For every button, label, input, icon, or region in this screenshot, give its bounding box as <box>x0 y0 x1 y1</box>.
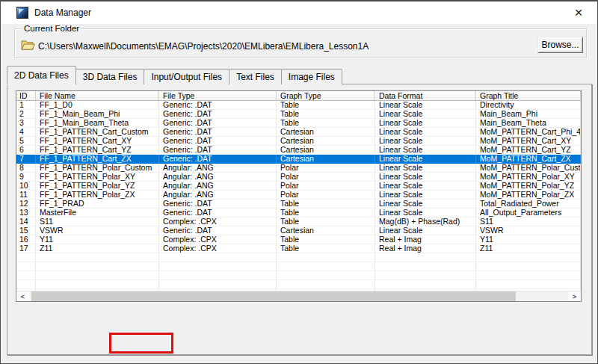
cell-file-type: Generic: .DAT <box>159 155 277 164</box>
cell-graph-title: Main_Beam_Theta <box>476 119 581 128</box>
scrollbar-track[interactable] <box>516 291 568 301</box>
cell-data-format: Linear Scale <box>375 191 476 200</box>
column-header-graph-type[interactable]: Graph Type <box>277 91 375 100</box>
cell-id: 5 <box>16 137 36 146</box>
cell-file-type: Generic: .DAT <box>159 200 277 209</box>
cell-file-name: FF_1_PATTERN_Cart_XY <box>36 137 159 146</box>
browse-button[interactable]: Browse... <box>537 37 583 53</box>
tab-2d-data-files[interactable]: 2D Data Files <box>7 66 76 84</box>
table-row[interactable]: 12FF_1_PRADGeneric: .DATTableLinear Scal… <box>16 200 581 209</box>
table-row[interactable]: 17Z11Complex: .CPXTableReal + ImagZ11 <box>16 244 581 253</box>
table-row[interactable]: 1FF_1_D0Generic: .DATTableLinear ScaleDi… <box>16 101 581 110</box>
cell-graph-type: Cartesian <box>277 226 375 235</box>
cell-file-type: Complex: .CPX <box>159 218 277 226</box>
column-header-id[interactable]: ID <box>16 91 36 100</box>
cell-data-format: Linear Scale <box>375 128 476 137</box>
table-row[interactable]: 10FF_1_PATTERN_Polar_YZAngular: .ANGPola… <box>16 182 581 191</box>
cell-graph-type: Table <box>277 101 375 110</box>
cell-file-type: Generic: .DAT <box>159 209 277 218</box>
current-folder-group: Current Folder C:\Users\Maxwell\Document… <box>14 28 587 58</box>
cell-id: 3 <box>16 119 36 128</box>
cell-data-format: Linear Scale <box>375 101 476 110</box>
cell-id: 7 <box>16 155 36 164</box>
cell-data-format: Linear Scale <box>375 119 476 128</box>
scroll-left-icon[interactable]: < <box>16 291 29 301</box>
cell-file-name: FF_1_PRAD <box>36 200 159 209</box>
cell-file-name <box>36 262 159 271</box>
cell-graph-title <box>476 271 581 280</box>
cell-file-name: S11 <box>36 218 159 226</box>
cell-data-format: Linear Scale <box>375 182 476 191</box>
cell-graph-title <box>476 262 581 271</box>
close-icon[interactable]: × <box>566 1 591 24</box>
cell-graph-type: Cartesian <box>277 155 375 164</box>
cell-graph-title: MoM_PATTERN_Polar_XY <box>476 173 581 182</box>
tab-text-files[interactable]: Text Files <box>229 69 282 84</box>
cell-graph-type: Table <box>277 200 375 209</box>
cell-graph-type: Cartesian <box>277 146 375 155</box>
column-header-graph-title[interactable]: Graph Title <box>476 91 581 100</box>
scrollbar-thumb[interactable] <box>31 291 516 301</box>
cell-graph-type: Cartesian <box>277 137 375 146</box>
table-row[interactable]: 5FF_1_PATTERN_Cart_XYGeneric: .DATCartes… <box>16 137 581 146</box>
table-row[interactable]: 11FF_1_PATTERN_Polar_ZXAngular: .ANGPola… <box>16 191 581 200</box>
cell-file-name <box>36 253 159 262</box>
cell-id: 12 <box>16 200 36 209</box>
cell-graph-type: Polar <box>277 182 375 191</box>
cell-file-type: Generic: .DAT <box>159 101 277 110</box>
table-row[interactable]: 4FF_1_PATTERN_Cart_CustomGeneric: .DATCa… <box>16 128 581 137</box>
cell-file-name <box>36 280 159 289</box>
tab-input-output-files[interactable]: Input/Output Files <box>144 69 229 84</box>
cell-file-name <box>36 271 159 280</box>
cell-id <box>16 253 36 262</box>
table-row[interactable]: 15VSWRGeneric: .DATCartesianLinear Scale… <box>16 226 581 235</box>
tab-page-2d-data-files: IDFile NameFile TypeGraph TypeData Forma… <box>7 84 592 355</box>
table-row[interactable]: 3FF_1_Main_Beam_ThetaGeneric: .DATTableL… <box>16 119 581 128</box>
cell-id: 16 <box>16 235 36 244</box>
table-row[interactable]: 16Y11Complex: .CPXTableReal + ImagY11 <box>16 235 581 244</box>
cell-graph-title <box>476 253 581 262</box>
column-header-file-name[interactable]: File Name <box>36 91 159 100</box>
cell-file-type: Generic: .DAT <box>159 128 277 137</box>
cell-file-type: Angular: .ANG <box>159 173 277 182</box>
tab-3d-data-files[interactable]: 3D Data Files <box>75 69 145 84</box>
table-row[interactable]: 14S11Complex: .CPXTableMag(dB) + Phase(R… <box>16 218 581 226</box>
cell-graph-title: MoM_PATTERN_Polar_ZX <box>476 191 581 200</box>
table-row[interactable]: 6FF_1_PATTERN_Cart_YZGeneric: .DATCartes… <box>16 146 581 155</box>
cell-graph-title: MoM_PATTERN_Cart_YZ <box>476 146 581 155</box>
scroll-right-icon[interactable]: > <box>568 291 581 301</box>
window-title: Data Manager <box>34 7 91 18</box>
cell-data-format <box>375 253 476 262</box>
cell-graph-type: Table <box>277 110 375 119</box>
cell-graph-title: Directivity <box>476 101 581 110</box>
cell-id: 13 <box>16 209 36 218</box>
cell-file-type: Angular: .ANG <box>159 164 277 173</box>
cell-file-name: FF_1_PATTERN_Polar_Custom <box>36 164 159 173</box>
column-header-data-format[interactable]: Data Format <box>375 91 476 100</box>
cell-file-type <box>159 262 277 271</box>
cell-graph-type <box>277 280 375 289</box>
horizontal-scrollbar[interactable]: < > <box>16 291 581 301</box>
tab-image-files[interactable]: Image Files <box>281 69 342 84</box>
table-row[interactable]: 7FF_1_PATTERN_Cart_ZXGeneric: .DATCartes… <box>16 155 581 164</box>
table-row[interactable]: 13MasterFileGeneric: .DATTableLinear Sca… <box>16 209 581 218</box>
cell-graph-type: Table <box>277 218 375 226</box>
cell-graph-title: MoM_PATTERN_Cart_ZX <box>476 155 581 164</box>
current-folder-path: C:\Users\Maxwell\Documents\EMAG\Projects… <box>38 41 369 52</box>
cell-id: 4 <box>16 128 36 137</box>
cell-id <box>16 280 36 289</box>
cell-file-type: Complex: .CPX <box>159 244 277 253</box>
table-row[interactable]: 9FF_1_PATTERN_Polar_XYAngular: .ANGPolar… <box>16 173 581 182</box>
table-row[interactable]: 2FF_1_Main_Beam_PhiGeneric: .DATTableLin… <box>16 110 581 119</box>
cell-file-name: FF_1_PATTERN_Cart_YZ <box>36 146 159 155</box>
cell-file-name: VSWR <box>36 226 159 235</box>
table-row[interactable]: 8FF_1_PATTERN_Polar_CustomAngular: .ANGP… <box>16 164 581 173</box>
column-header-file-type[interactable]: File Type <box>159 91 277 100</box>
cell-file-type <box>159 253 277 262</box>
cell-graph-title: MoM_PATTERN_Polar_YZ <box>476 182 581 191</box>
cell-file-name: FF_1_PATTERN_Polar_YZ <box>36 182 159 191</box>
cell-graph-title: All_Output_Parameters <box>476 209 581 218</box>
cell-graph-title: Main_Beam_Phi <box>476 110 581 119</box>
cell-data-format: Linear Scale <box>375 164 476 173</box>
cell-data-format: Linear Scale <box>375 146 476 155</box>
